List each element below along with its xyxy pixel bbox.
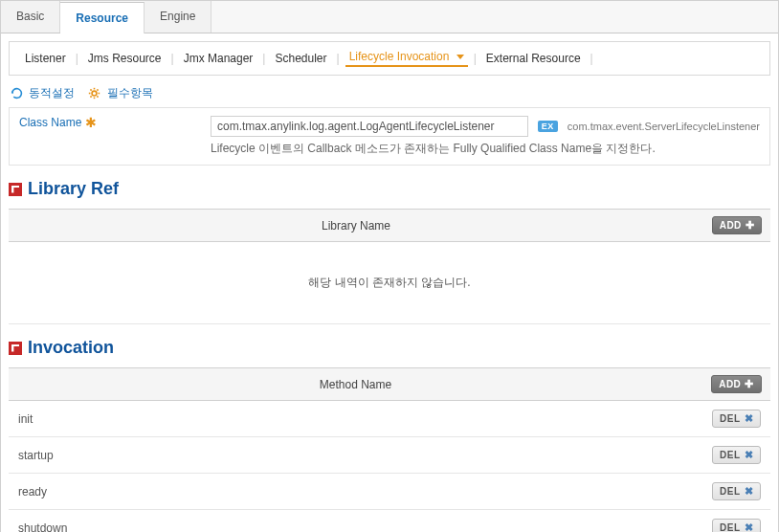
svg-line-5 xyxy=(91,90,92,91)
section-icon xyxy=(9,183,22,196)
svg-line-7 xyxy=(91,97,92,98)
library-ref-title: Library Ref xyxy=(28,179,119,199)
legend-dynamic-label: 동적설정 xyxy=(29,86,75,100)
method-name-header: Method Name xyxy=(9,368,702,401)
example-text: com.tmax.event.ServerLifecycleLinstener xyxy=(568,121,760,132)
svg-line-6 xyxy=(98,97,99,98)
legend-required: 필수항목 xyxy=(88,85,152,101)
gear-icon xyxy=(88,87,100,100)
invocation-add-button[interactable]: ADD ✚ xyxy=(711,375,762,393)
method-name-cell[interactable]: ready xyxy=(9,474,702,510)
subnav-listener[interactable]: Listener xyxy=(21,52,70,65)
invocation-title: Invocation xyxy=(28,338,114,358)
delete-button[interactable]: DEL✖ xyxy=(712,446,761,464)
library-table: Library Name ADD ✚ 해당 내역이 존재하지 않습니다. xyxy=(9,209,770,324)
app-container: Basic Resource Engine Listener| Jms Reso… xyxy=(0,0,779,532)
subnav-lifecycle-label: Lifecycle Invocation xyxy=(349,50,450,63)
class-name-input[interactable] xyxy=(211,116,528,137)
tab-engine[interactable]: Engine xyxy=(145,1,211,33)
svg-line-8 xyxy=(98,90,99,91)
delete-button[interactable]: DEL✖ xyxy=(712,482,761,500)
delete-button[interactable]: DEL✖ xyxy=(712,519,761,532)
delete-icon: ✖ xyxy=(745,521,754,532)
delete-button[interactable]: DEL✖ xyxy=(712,410,761,428)
delete-icon: ✖ xyxy=(745,412,754,425)
refresh-icon xyxy=(11,87,23,100)
required-icon: ✱ xyxy=(85,118,97,127)
example-badge: EX xyxy=(538,121,558,132)
subnav-jmx-manager[interactable]: Jmx Manager xyxy=(180,52,257,65)
tab-basic[interactable]: Basic xyxy=(1,1,60,33)
invocation-section: Invocation xyxy=(9,338,770,364)
delete-icon: ✖ xyxy=(745,485,754,498)
subnav-jms-resource[interactable]: Jms Resource xyxy=(84,52,166,65)
invocation-table: Method Name ADD ✚ initDEL✖startupDEL✖rea… xyxy=(9,367,770,532)
library-empty-message: 해당 내역이 존재하지 않습니다. xyxy=(9,242,770,324)
plus-icon: ✚ xyxy=(746,219,755,232)
subnav-external-resource[interactable]: External Resource xyxy=(482,52,585,65)
tab-resource[interactable]: Resource xyxy=(60,2,145,33)
section-icon xyxy=(9,342,22,355)
sub-nav: Listener| Jms Resource| Jmx Manager| Sch… xyxy=(9,41,770,76)
class-name-field: Class Name ✱ EX com.tmax.event.ServerLif… xyxy=(9,107,770,166)
main-tabs: Basic Resource Engine xyxy=(1,1,778,33)
plus-icon: ✚ xyxy=(745,378,754,390)
legend-row: 동적설정 필수항목 xyxy=(1,81,778,107)
delete-icon: ✖ xyxy=(745,449,754,461)
svg-point-0 xyxy=(92,91,97,96)
legend-dynamic: 동적설정 xyxy=(11,85,75,101)
class-name-desc: Lifecycle 이벤트의 Callback 메소드가 존재하는 Fully … xyxy=(211,141,760,157)
table-row: initDEL✖ xyxy=(9,401,770,437)
dropdown-icon xyxy=(456,55,464,59)
method-name-cell[interactable]: startup xyxy=(9,437,702,474)
table-row: shutdownDEL✖ xyxy=(9,510,770,533)
method-name-cell[interactable]: init xyxy=(9,401,702,437)
table-row: startupDEL✖ xyxy=(9,437,770,474)
table-row: readyDEL✖ xyxy=(9,474,770,510)
library-name-header: Library Name xyxy=(9,210,703,242)
method-name-cell[interactable]: shutdown xyxy=(9,510,702,533)
legend-required-label: 필수항목 xyxy=(107,86,153,100)
subnav-scheduler[interactable]: Scheduler xyxy=(271,52,330,65)
library-add-button[interactable]: ADD ✚ xyxy=(712,216,763,234)
subnav-lifecycle-invocation[interactable]: Lifecycle Invocation xyxy=(345,50,468,67)
class-name-label: Class Name ✱ xyxy=(19,116,201,129)
library-ref-section: Library Ref xyxy=(9,179,770,205)
